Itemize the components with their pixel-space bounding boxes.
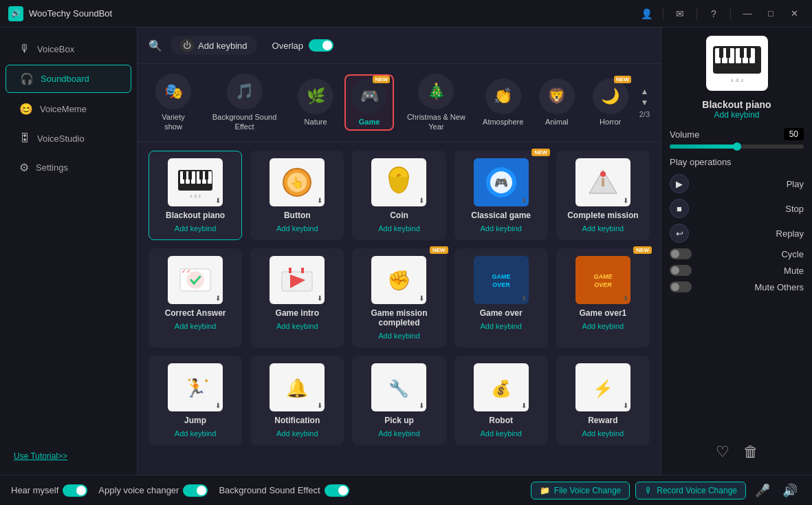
sound-card-correct[interactable]: ✓✓ ⬇ Correct Answer Add keybind xyxy=(149,248,242,347)
sound-grid: ♪ ♫ ♪ ⬇ Blackout piano Add keybind 👆 ⬇ B… xyxy=(149,151,650,445)
overlap-toggle[interactable] xyxy=(309,39,333,52)
svg-rect-9 xyxy=(199,171,203,180)
coin-keybind[interactable]: Add keybind xyxy=(378,224,420,233)
classical-keybind[interactable]: Add keybind xyxy=(480,224,522,233)
play-operations: Play operations ▶ Play ■ Stop ↩ Replay C… xyxy=(670,157,804,294)
stop-button[interactable]: ■ xyxy=(670,199,689,218)
selected-keybind[interactable]: Add keybind xyxy=(670,110,804,120)
volume-slider[interactable] xyxy=(670,144,804,149)
category-bg-sound[interactable]: 🎵 Background Sound Effect xyxy=(202,71,287,135)
tutorial-link[interactable]: Use Tutorial>> xyxy=(14,451,67,461)
mute-toggle[interactable] xyxy=(670,265,692,276)
reward-name: Reward xyxy=(588,416,617,425)
bg-sound-toggle[interactable] xyxy=(325,484,349,497)
notif-keybind[interactable]: Add keybind xyxy=(276,429,318,438)
maximize-button[interactable]: □ xyxy=(761,6,780,21)
app-title: WooTechy SoundBot xyxy=(29,8,112,19)
category-game[interactable]: 🎮 NEW Game xyxy=(344,74,394,131)
minimize-button[interactable]: — xyxy=(738,6,757,21)
favorite-button[interactable]: ♡ xyxy=(716,443,729,461)
sound-card-notification[interactable]: 🔔 ⬇ Notification Add keybind xyxy=(250,356,344,445)
file-voice-change-button[interactable]: 📁 File Voice Change xyxy=(531,482,630,499)
mic-icon[interactable]: 🎤 xyxy=(751,480,773,502)
delete-button[interactable]: 🗑 xyxy=(743,443,758,461)
svg-rect-7 xyxy=(183,171,186,180)
svg-rect-8 xyxy=(188,171,192,180)
sound-card-robot[interactable]: 💰 ⬇ Robot Add keybind xyxy=(454,356,548,445)
gameover1-badge: NEW xyxy=(633,246,652,254)
sound-card-reward[interactable]: ⚡ ⬇ Reward Add keybind xyxy=(556,356,650,445)
hear-myself-item: Hear myself xyxy=(11,484,87,497)
sidebar-item-settings[interactable]: ⚙ Settings xyxy=(6,154,131,181)
sound-card-jump[interactable]: 🏃✦✦ ⬇ Jump Add keybind xyxy=(149,356,242,445)
play-button[interactable]: ▶ xyxy=(670,174,689,193)
complete-keybind[interactable]: Add keybind xyxy=(582,224,624,233)
intro-keybind[interactable]: Add keybind xyxy=(276,322,318,330)
apply-voice-toggle[interactable] xyxy=(183,484,208,497)
hear-myself-toggle[interactable] xyxy=(63,484,87,497)
notif-thumb: 🔔 ⬇ xyxy=(270,363,325,411)
download-icon2: ⬇ xyxy=(317,197,322,204)
search-icon[interactable]: 🔍 xyxy=(149,39,162,52)
sidebar-item-voicestudio[interactable]: 🎛 VoiceStudio xyxy=(6,125,131,151)
volume-section: Volume 50 xyxy=(670,128,804,149)
sidebar-item-voicebox[interactable]: 🎙 VoiceBox xyxy=(6,36,131,62)
atmosphere-label: Atmosphere xyxy=(483,117,523,127)
mute-others-toggle[interactable] xyxy=(670,281,692,292)
download-icon11: ⬇ xyxy=(215,402,221,409)
sound-card-classical[interactable]: NEW 🎮 ⬇ Classical game Add keybind xyxy=(454,151,548,240)
record-voice-change-button[interactable]: 🎙 Record Voice Change xyxy=(635,482,746,499)
coin-name: Coin xyxy=(390,211,408,220)
jump-keybind[interactable]: Add keybind xyxy=(175,429,217,438)
category-christmas[interactable]: 🎄 Christmas & New Year xyxy=(398,71,474,135)
replay-button[interactable]: ↩ xyxy=(670,224,689,243)
sidebar: 🎙 VoiceBox 🎧 Soundboard 😊 VoiceMeme 🎛 Vo… xyxy=(0,28,138,475)
classical-thumb: 🎮 ⬇ xyxy=(474,158,529,206)
sound-card-gameover[interactable]: GAMEOVER ⬇ Game over Add keybind xyxy=(454,248,548,347)
blackout-piano-keybind[interactable]: Add keybind xyxy=(175,224,217,233)
sidebar-item-soundboard[interactable]: 🎧 Soundboard xyxy=(6,65,131,93)
gameover1-keybind[interactable]: Add keybind xyxy=(582,322,624,330)
download-icon7: ⬇ xyxy=(317,294,322,302)
button-keybind[interactable]: Add keybind xyxy=(276,224,318,233)
category-horror[interactable]: 🌙 NEW Horror xyxy=(586,76,635,129)
game-circle: 🎮 NEW xyxy=(351,78,387,114)
robot-keybind[interactable]: Add keybind xyxy=(480,429,522,438)
voicememe-icon: 😊 xyxy=(19,103,33,116)
animal-label: Animal xyxy=(545,117,569,127)
sound-card-complete[interactable]: ⬇ Complete mission Add keybind xyxy=(556,151,650,240)
sound-card-intro[interactable]: ⬇ Game intro Add keybind xyxy=(250,248,344,347)
scroll-down-icon[interactable]: ▼ xyxy=(639,98,650,107)
hear-myself-label: Hear myself xyxy=(11,485,58,495)
category-variety[interactable]: 🎭 Variety show xyxy=(149,71,198,135)
apply-voice-item: Apply voice changer xyxy=(98,484,208,497)
title-bar: 🔊 WooTechy SoundBot 👤 ✉ ? — □ ✕ xyxy=(0,0,812,28)
category-animal[interactable]: 🦁 Animal xyxy=(532,76,582,129)
sound-card-button[interactable]: 👆 ⬇ Button Add keybind xyxy=(250,151,344,240)
sound-card-gameover1[interactable]: NEW GAMEOVER ⬇ Game over1 Add keybind xyxy=(556,248,650,347)
pickup-thumb: 🔧 ⬇ xyxy=(371,363,426,411)
reward-keybind[interactable]: Add keybind xyxy=(582,429,624,438)
scroll-up-icon[interactable]: ▲ xyxy=(639,87,650,96)
sound-card-blackout-piano[interactable]: ♪ ♫ ♪ ⬇ Blackout piano Add keybind xyxy=(149,151,242,240)
user-icon[interactable]: 👤 xyxy=(637,6,656,21)
add-keybind-button[interactable]: ⏻ Add keybind xyxy=(171,36,257,55)
close-button[interactable]: ✕ xyxy=(784,6,804,21)
gameover-keybind[interactable]: Add keybind xyxy=(480,322,522,330)
sound-card-pickup[interactable]: 🔧 ⬇ Pick up Add keybind xyxy=(352,356,446,445)
category-atmosphere[interactable]: 👏 Atmosphere xyxy=(479,76,528,129)
sound-grid-container[interactable]: ♪ ♫ ♪ ⬇ Blackout piano Add keybind 👆 ⬇ B… xyxy=(138,142,661,475)
mail-icon[interactable]: ✉ xyxy=(670,6,690,21)
cycle-toggle[interactable] xyxy=(670,248,692,259)
game-mission-keybind[interactable]: Add keybind xyxy=(378,332,420,340)
correct-keybind[interactable]: Add keybind xyxy=(175,322,217,330)
sound-card-game-mission[interactable]: NEW ✊ ⬇ Game mission completed Add keybi… xyxy=(352,248,446,347)
sound-card-coin[interactable]: $ ⬇ Coin Add keybind xyxy=(352,151,446,240)
speaker-icon[interactable]: 🔊 xyxy=(779,480,801,502)
jump-thumb: 🏃✦✦ ⬇ xyxy=(168,363,223,411)
blackout-piano-thumb: ♪ ♫ ♪ ⬇ xyxy=(168,158,223,206)
category-nature[interactable]: 🌿 Nature xyxy=(291,76,340,129)
pickup-keybind[interactable]: Add keybind xyxy=(378,429,420,438)
sidebar-item-voicememe[interactable]: 😊 VoiceMeme xyxy=(6,96,131,122)
help-icon[interactable]: ? xyxy=(704,6,723,21)
